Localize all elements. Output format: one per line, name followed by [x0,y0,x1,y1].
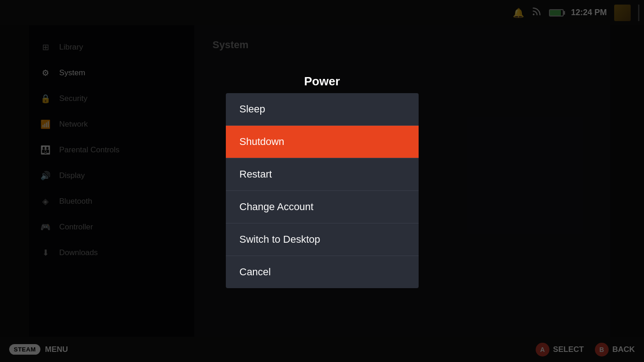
cancel-button[interactable]: Cancel [226,256,419,288]
modal-title: Power [304,74,340,89]
power-modal: Power Sleep Shutdown Restart Change Acco… [0,25,644,337]
power-menu: Sleep Shutdown Restart Change Account Sw… [226,93,419,288]
switch-desktop-button[interactable]: Switch to Desktop [226,223,419,256]
sleep-button[interactable]: Sleep [226,93,419,126]
change-account-button[interactable]: Change Account [226,191,419,223]
shutdown-button[interactable]: Shutdown [226,126,419,158]
restart-button[interactable]: Restart [226,158,419,191]
